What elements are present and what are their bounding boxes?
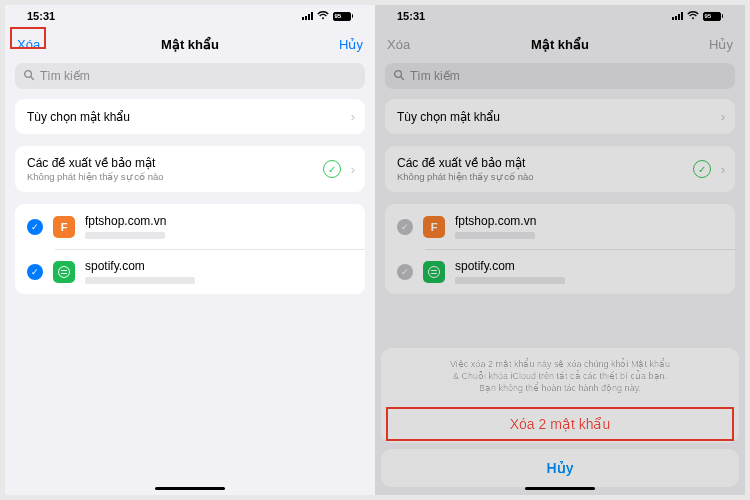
status-time: 15:31 [27,10,55,22]
options-card: Tùy chọn mật khẩu › [15,99,365,134]
battery-icon: 95 [703,12,724,21]
search-placeholder: Tìm kiếm [40,69,90,83]
svg-line-3 [401,76,404,79]
chevron-right-icon: › [351,162,355,177]
chevron-right-icon: › [721,109,725,124]
security-card: Các đề xuất về bảo mật Không phát hiện t… [385,146,735,192]
battery-icon: 95 [333,12,354,21]
nav-title: Mật khẩu [161,37,219,52]
selection-checkbox[interactable]: ✓ [27,219,43,235]
nav-cancel-button[interactable]: Hủy [683,37,733,52]
sheet-cancel-button[interactable]: Hủy [381,449,739,487]
security-recommendations-row[interactable]: Các đề xuất về bảo mật Không phát hiện t… [385,146,735,192]
status-bar: 15:31 95 [375,5,745,27]
search-field[interactable]: Tìm kiếm [385,63,735,89]
passwords-card: ✓ F fptshop.com.vn ✓ spotify.com [15,204,365,294]
highlight-delete-action [386,407,734,441]
cellular-icon [672,12,683,20]
password-row[interactable]: ✓ spotify.com [15,249,365,294]
phone-left: 15:31 95 Xóa Mật khẩu Hủy Tìm kiếm [5,5,375,495]
passwords-card: ✓ F fptshop.com.vn ✓ spotify.com [385,204,735,294]
sheet-message: Việc xóa 2 mật khẩu này sẽ xóa chúng khỏ… [381,348,739,405]
search-icon [393,69,405,84]
selection-checkbox[interactable]: ✓ [397,264,413,280]
site-icon [53,261,75,283]
password-row[interactable]: ✓ spotify.com [385,249,735,294]
masked-credential [455,232,535,239]
selection-checkbox[interactable]: ✓ [27,264,43,280]
chevron-right-icon: › [351,109,355,124]
site-icon [423,261,445,283]
status-time: 15:31 [397,10,425,22]
password-options-row[interactable]: Tùy chọn mật khẩu › [385,99,735,134]
nav-delete-button[interactable]: Xóa [17,37,67,52]
checkmark-circle-icon: ✓ [693,160,711,178]
nav-title: Mật khẩu [531,37,589,52]
home-indicator[interactable] [525,487,595,491]
options-card: Tùy chọn mật khẩu › [385,99,735,134]
nav-bar: Xóa Mật khẩu Hủy [375,27,745,61]
nav-cancel-button[interactable]: Hủy [313,37,363,52]
selection-checkbox[interactable]: ✓ [397,219,413,235]
masked-credential [85,277,195,284]
security-recommendations-row[interactable]: Các đề xuất về bảo mật Không phát hiện t… [15,146,365,192]
site-name: fptshop.com.vn [85,214,355,228]
masked-credential [85,232,165,239]
chevron-right-icon: › [721,162,725,177]
phone-right: 15:31 95 Xóa Mật khẩu Hủy Tìm kiếm [375,5,745,495]
site-name: spotify.com [455,259,725,273]
wifi-icon [317,11,329,22]
nav-delete-button[interactable]: Xóa [387,37,437,52]
site-name: fptshop.com.vn [455,214,725,228]
cellular-icon [302,12,313,20]
site-icon: F [53,216,75,238]
site-name: spotify.com [85,259,355,273]
password-row[interactable]: ✓ F fptshop.com.vn [385,204,735,249]
search-icon [23,69,35,84]
action-sheet: Việc xóa 2 mật khẩu này sẽ xóa chúng khỏ… [381,348,739,487]
nav-bar: Xóa Mật khẩu Hủy [5,27,375,61]
wifi-icon [687,11,699,22]
password-options-row[interactable]: Tùy chọn mật khẩu › [15,99,365,134]
checkmark-circle-icon: ✓ [323,160,341,178]
status-bar: 15:31 95 [5,5,375,27]
search-placeholder: Tìm kiếm [410,69,460,83]
search-field[interactable]: Tìm kiếm [15,63,365,89]
home-indicator[interactable] [155,487,225,491]
svg-line-1 [31,76,34,79]
masked-credential [455,277,565,284]
site-icon: F [423,216,445,238]
security-card: Các đề xuất về bảo mật Không phát hiện t… [15,146,365,192]
password-row[interactable]: ✓ F fptshop.com.vn [15,204,365,249]
